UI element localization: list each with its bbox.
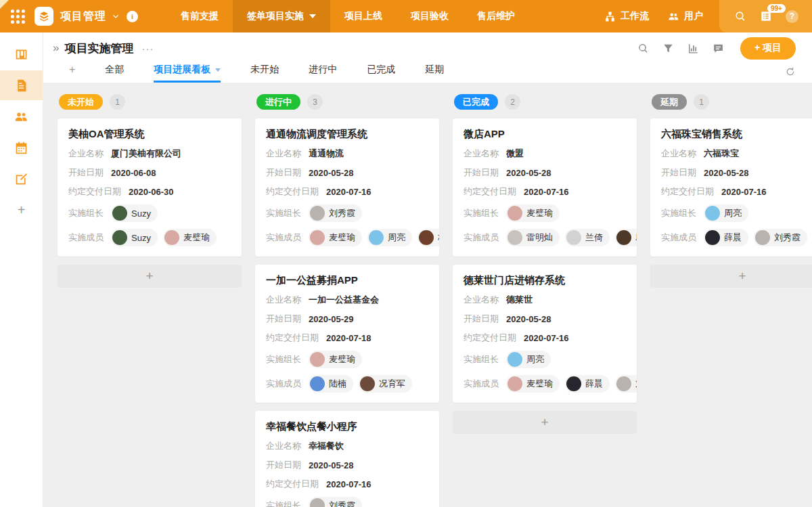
- tab-5[interactable]: 已完成: [367, 64, 395, 83]
- person-name: 薛晨: [724, 232, 742, 244]
- avatar: [508, 206, 522, 221]
- users-label: 用户: [684, 10, 703, 22]
- tab-3[interactable]: 未开始: [250, 64, 279, 83]
- person-name: 薛晨: [585, 378, 603, 390]
- top-navigation: 售前支援签单项目实施项目上线项目验收售后维护: [166, 0, 529, 32]
- filter-icon[interactable]: [662, 43, 674, 54]
- notifications-icon[interactable]: 99+: [760, 10, 772, 22]
- field-label: 企业名称: [464, 148, 499, 160]
- sidebar-item-plus[interactable]: +: [0, 195, 43, 225]
- field-label: 实施成员: [464, 232, 499, 244]
- add-card-button[interactable]: +: [650, 265, 812, 288]
- field-label: 企业名称: [266, 440, 301, 452]
- users-link[interactable]: 用户: [658, 0, 713, 32]
- view-tabs: +全部项目进展看板未开始进行中已完成延期: [43, 60, 812, 83]
- refresh-icon[interactable]: [785, 66, 796, 83]
- column-count-badge: 1: [110, 94, 125, 110]
- add-project-button[interactable]: + 项目: [740, 37, 796, 60]
- chevron-down-icon: [309, 14, 316, 18]
- tab-6[interactable]: 延期: [425, 64, 444, 83]
- field-label: 实施组长: [661, 207, 696, 219]
- project-card[interactable]: 德莱世门店进销存系统企业名称德莱世开始日期2020-05-28约定交付日期202…: [453, 265, 637, 403]
- help-icon[interactable]: ?: [786, 10, 798, 23]
- avatar: [508, 376, 522, 391]
- tab-4[interactable]: 进行中: [309, 64, 337, 83]
- project-card[interactable]: 微店APP企业名称微盟开始日期2020-05-28约定交付日期2020-07-1…: [453, 118, 637, 257]
- project-card-title: 德莱世门店进销存系统: [464, 273, 626, 287]
- person-name: 陆楠: [329, 378, 346, 390]
- field-label: 实施组长: [266, 353, 301, 366]
- leader-chip: 麦璧瑜: [506, 204, 560, 222]
- global-search-icon[interactable]: [734, 10, 746, 22]
- field-value: 德莱世: [506, 294, 533, 306]
- tab-label: 未开始: [250, 64, 279, 76]
- avatar: [419, 230, 434, 245]
- topnav-item-4[interactable]: 售后维护: [463, 0, 529, 32]
- notification-count-badge: 99+: [767, 4, 786, 13]
- field-value: 2020-05-28: [309, 460, 354, 470]
- search-icon[interactable]: [637, 43, 649, 54]
- person-name: 兰倚: [585, 232, 603, 244]
- person-name: 邱: [635, 232, 637, 244]
- add-card-button[interactable]: +: [453, 411, 637, 434]
- field-value: 2020-05-29: [309, 314, 354, 324]
- column-count-badge: 1: [694, 94, 709, 110]
- sidebar-item-people[interactable]: [0, 102, 43, 131]
- leader-chip: 刘秀霞: [309, 497, 362, 507]
- project-card-title: 微店APP: [464, 127, 626, 141]
- avatar: [705, 206, 720, 221]
- chart-icon[interactable]: [687, 43, 699, 54]
- topnav-item-1[interactable]: 签单项目实施: [233, 0, 330, 32]
- breadcrumb-collapse-icon[interactable]: »: [53, 41, 58, 55]
- person-name: 麦璧瑜: [526, 207, 553, 219]
- tab-1[interactable]: 全部: [105, 64, 124, 83]
- topnav-item-2[interactable]: 项目上线: [330, 0, 397, 32]
- add-card-button[interactable]: +: [58, 265, 242, 288]
- app-grid-icon[interactable]: [11, 9, 25, 24]
- project-card[interactable]: 通通物流调度管理系统企业名称通通物流开始日期2020-05-28约定交付日期20…: [255, 118, 439, 257]
- app-title[interactable]: 项目管理: [60, 9, 106, 24]
- field-label: 约定交付日期: [464, 185, 516, 198]
- tab-2[interactable]: 项目进展看板: [154, 64, 221, 83]
- sidebar-item-edit[interactable]: [0, 164, 43, 194]
- field-value: 2020-05-28: [704, 168, 749, 178]
- tab-label: 进行中: [309, 64, 337, 76]
- member-chip: 薛晨: [704, 229, 748, 246]
- project-card[interactable]: 一加一公益募捐APP企业名称一加一公益基金会开始日期2020-05-29约定交付…: [255, 265, 439, 403]
- field-value: 2020-06-30: [129, 187, 174, 197]
- field-label: 约定交付日期: [661, 185, 714, 198]
- topnav-item-0[interactable]: 售前支援: [166, 0, 233, 32]
- tab-0[interactable]: +: [69, 64, 75, 83]
- field-value: 一加一公益基金会: [309, 294, 379, 306]
- field-label: 企业名称: [464, 294, 499, 306]
- left-sidebar: +: [0, 32, 43, 507]
- member-chip: 雷明灿: [506, 229, 560, 246]
- app-logo-icon[interactable]: [35, 7, 53, 26]
- sidebar-item-calendar[interactable]: [0, 133, 43, 162]
- topnav-item-label: 项目验收: [411, 10, 449, 22]
- topnav-item-label: 售前支援: [181, 10, 219, 22]
- topnav-item-label: 项目上线: [344, 10, 382, 22]
- leader-chip: 麦璧瑜: [309, 351, 362, 368]
- leader-chip: 刘秀霞: [309, 204, 362, 222]
- project-card[interactable]: 美柚OA管理系统企业名称厦门美柚有限公司开始日期2020-06-08约定交付日期…: [58, 118, 242, 257]
- member-chip: 陆楠: [309, 375, 353, 393]
- field-label: 实施成员: [266, 232, 301, 244]
- field-label: 约定交付日期: [464, 332, 516, 344]
- sidebar-item-kanban[interactable]: [0, 39, 43, 69]
- sidebar-item-document[interactable]: [0, 70, 43, 100]
- field-label: 实施组长: [464, 353, 499, 366]
- person-name: 杨: [438, 232, 439, 244]
- project-card[interactable]: 幸福餐饮点餐小程序企业名称幸福餐饮开始日期2020-05-28约定交付日期202…: [255, 411, 439, 507]
- field-value: 2020-05-28: [506, 168, 551, 178]
- info-icon[interactable]: i: [127, 11, 138, 22]
- field-label: 约定交付日期: [266, 185, 319, 198]
- chevron-down-icon[interactable]: [112, 12, 120, 20]
- column-status-badge: 进行中: [256, 94, 300, 110]
- person-name: 刘秀霞: [774, 232, 800, 244]
- project-card[interactable]: 六福珠宝销售系统企业名称六福珠宝开始日期2020-05-28约定交付日期2020…: [650, 118, 812, 257]
- topnav-item-3[interactable]: 项目验收: [397, 0, 463, 32]
- more-actions-icon[interactable]: ···: [141, 43, 154, 54]
- workflow-link[interactable]: 工作流: [595, 0, 658, 32]
- comment-icon[interactable]: [713, 43, 724, 54]
